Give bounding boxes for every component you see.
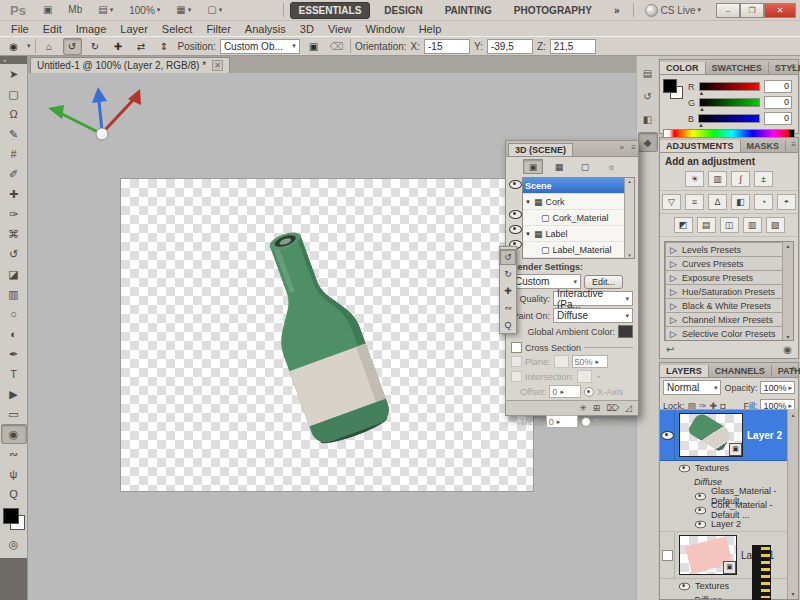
- tilt-b-input[interactable]: 0▸: [546, 415, 578, 428]
- resize-grip-icon[interactable]: ◿: [625, 403, 632, 413]
- visibility-eye-icon[interactable]: [509, 225, 522, 234]
- expander-icon[interactable]: ▷: [670, 287, 677, 297]
- lasso-tool[interactable]: Ω: [1, 104, 27, 124]
- vibrance-icon[interactable]: ▽: [662, 194, 681, 210]
- scroll-up-icon[interactable]: ▴: [628, 178, 631, 184]
- dock-mini-bridge-icon[interactable]: ▤: [638, 63, 658, 83]
- channel-mixer-icon[interactable]: ◓: [777, 194, 796, 210]
- shape-tool[interactable]: ▭: [1, 404, 27, 424]
- intersection-checkbox[interactable]: [511, 371, 522, 382]
- orientation-x-input[interactable]: -15: [424, 39, 470, 54]
- panel-menu-icon[interactable]: ≡: [791, 365, 796, 374]
- filter-materials-icon[interactable]: ▢: [575, 159, 595, 174]
- orientation-y-input[interactable]: -39,5: [487, 39, 533, 54]
- selective-color-presets-item[interactable]: ▷Selective Color Presets: [665, 326, 783, 340]
- launch-bridge-button[interactable]: ▣: [38, 3, 57, 17]
- pan-object-button[interactable]: ✚: [109, 38, 128, 55]
- 3d-object-rotate-tool[interactable]: ◉: [1, 424, 27, 444]
- gradient-map-icon[interactable]: ▥: [743, 217, 762, 233]
- expander-icon[interactable]: ▼: [525, 199, 531, 205]
- black-white-icon[interactable]: ◧: [731, 194, 750, 210]
- clone-stamp-tool[interactable]: ⌘: [1, 224, 27, 244]
- path-selection-tool[interactable]: ▶: [1, 384, 27, 404]
- eraser-tool[interactable]: ◪: [1, 264, 27, 284]
- red-slider[interactable]: ▲: [699, 82, 761, 91]
- foreground-color-swatch[interactable]: [663, 79, 677, 93]
- document-tab[interactable]: Untitled-1 @ 100% (Layer 2, RGB/8) * ✕: [30, 57, 230, 73]
- blend-mode-select[interactable]: Normal ▾: [663, 380, 721, 395]
- selective-color-icon[interactable]: ▧: [766, 217, 785, 233]
- menu-file[interactable]: File: [4, 23, 36, 35]
- menu-help[interactable]: Help: [412, 23, 449, 35]
- close-tab-icon[interactable]: ✕: [212, 60, 223, 71]
- filter-whole-scene-icon[interactable]: ▣: [523, 159, 543, 174]
- orientation-z-input[interactable]: 21,5: [550, 39, 596, 54]
- hand-tool[interactable]: ψ: [1, 464, 27, 484]
- menu-3d[interactable]: 3D: [293, 23, 321, 35]
- green-value-input[interactable]: 0: [764, 96, 792, 109]
- scale-object-button[interactable]: ⇕: [155, 38, 174, 55]
- color-balance-icon[interactable]: ∆: [708, 194, 727, 210]
- scene-panel-header[interactable]: 3D (SCENE) » ≡: [506, 141, 638, 157]
- photo-filter-icon[interactable]: ◔: [754, 194, 773, 210]
- visibility-eye-icon[interactable]: [695, 492, 706, 500]
- cork-material-row[interactable]: Cork_Material - Default ...: [660, 503, 787, 517]
- exposure-icon[interactable]: ±: [754, 171, 773, 187]
- brush-tool[interactable]: ✑: [1, 204, 27, 224]
- mini-bridge-button[interactable]: Mb: [63, 3, 87, 17]
- gradient-tool[interactable]: ▥: [1, 284, 27, 304]
- scroll-up-icon[interactable]: ▴: [786, 242, 789, 249]
- menu-analysis[interactable]: Analysis: [238, 23, 293, 35]
- quality-select[interactable]: Interactive (Pa...▾: [553, 291, 633, 306]
- arrange-documents-button[interactable]: ▦▾: [171, 3, 196, 17]
- menu-edit[interactable]: Edit: [36, 23, 69, 35]
- new-item-icon[interactable]: ⊞: [593, 403, 601, 413]
- eyedropper-tool[interactable]: ✐: [1, 164, 27, 184]
- invert-icon[interactable]: ◩: [674, 217, 693, 233]
- scene-node-label[interactable]: ▼ ▦ Label: [523, 226, 625, 242]
- screen-mode-button[interactable]: ▢▾: [202, 3, 227, 17]
- cs-live-button[interactable]: CS Live ▾: [640, 2, 706, 19]
- offset-input[interactable]: 0▸: [549, 385, 581, 398]
- quick-mask-button[interactable]: ◎: [1, 534, 27, 554]
- dock-history-icon[interactable]: ↺: [638, 86, 658, 106]
- menu-image[interactable]: Image: [69, 23, 114, 35]
- return-home-button[interactable]: ⌂: [40, 38, 59, 55]
- visibility-eye-icon[interactable]: [695, 520, 706, 528]
- tab-channels[interactable]: CHANNELS: [709, 365, 772, 377]
- hue-saturation-presets-item[interactable]: ▷Hue/Saturation Presets: [665, 284, 783, 298]
- type-tool[interactable]: T: [1, 364, 27, 384]
- scene-node-scene[interactable]: Scene: [523, 178, 625, 194]
- expander-icon[interactable]: ▷: [670, 301, 677, 311]
- tab-masks[interactable]: MASKS: [741, 140, 787, 152]
- expander-icon[interactable]: ▷: [670, 259, 677, 269]
- scene-tree-scrollbar[interactable]: ▴ ▾: [624, 178, 634, 258]
- tab-adjustments[interactable]: ADJUSTMENTS: [660, 140, 741, 152]
- intersection-color-swatch[interactable]: [577, 370, 592, 383]
- delete-icon[interactable]: ⌦: [606, 403, 619, 413]
- roll-object-button[interactable]: ↻: [86, 38, 105, 55]
- blue-value-input[interactable]: 0: [764, 112, 792, 125]
- dodge-tool[interactable]: ◐: [1, 324, 27, 344]
- fg-bg-swatches[interactable]: [663, 79, 683, 99]
- view-extras-button[interactable]: ▤▾: [93, 3, 118, 17]
- menu-filter[interactable]: Filter: [199, 23, 237, 35]
- plane-color-swatch[interactable]: [554, 355, 569, 368]
- 3d-camera-rotate-tool[interactable]: ∾: [1, 444, 27, 464]
- expander-icon[interactable]: ▷: [670, 273, 677, 283]
- plane-opacity-input[interactable]: 50%▸: [572, 355, 608, 368]
- expander-icon[interactable]: ▷: [670, 315, 677, 325]
- scene-node-label-material[interactable]: ▢ Label_Material: [523, 242, 625, 258]
- channel-mixer-presets-item[interactable]: ▷Channel Mixer Presets: [665, 312, 783, 326]
- menu-select[interactable]: Select: [155, 23, 200, 35]
- curves-icon[interactable]: ∫: [731, 171, 750, 187]
- return-to-list-icon[interactable]: ↩: [666, 344, 674, 355]
- zoom-level-select[interactable]: 100%▾: [124, 3, 165, 18]
- red-value-input[interactable]: 0: [764, 80, 792, 93]
- brightness-contrast-icon[interactable]: ☀: [685, 171, 704, 187]
- threshold-icon[interactable]: ◫: [720, 217, 739, 233]
- visibility-eye-icon[interactable]: [695, 506, 706, 514]
- panel-menu-icon[interactable]: ≡: [791, 140, 796, 149]
- marquee-tool[interactable]: ▢: [1, 84, 27, 104]
- visibility-eye-icon[interactable]: [509, 180, 522, 189]
